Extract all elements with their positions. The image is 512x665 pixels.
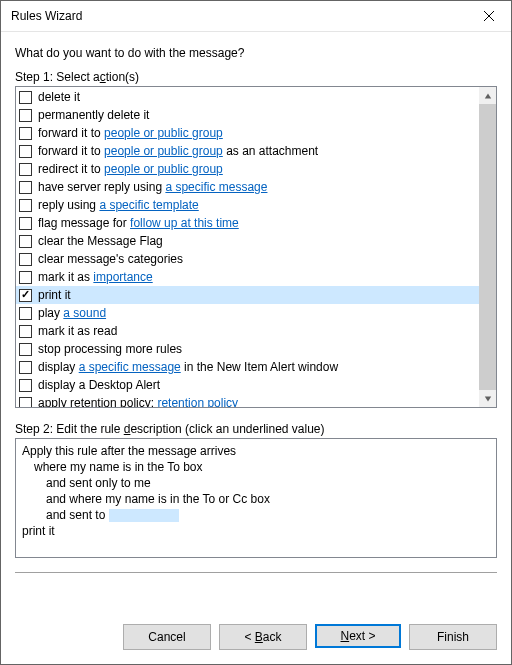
action-label: flag message for follow up at this time <box>38 216 239 230</box>
action-row[interactable]: reply using a specific template <box>16 196 479 214</box>
action-checkbox[interactable] <box>19 217 32 230</box>
finish-button[interactable]: Finish <box>409 624 497 650</box>
action-row[interactable]: flag message for follow up at this time <box>16 214 479 232</box>
action-link[interactable]: people or public group <box>104 126 223 140</box>
action-label: delete it <box>38 90 80 104</box>
action-checkbox[interactable] <box>19 361 32 374</box>
action-checkbox[interactable] <box>19 145 32 158</box>
action-row[interactable]: display a Desktop Alert <box>16 376 479 394</box>
desc-line: and where my name is in the To or Cc box <box>22 491 490 507</box>
action-link[interactable]: a specific message <box>165 180 267 194</box>
action-checkbox[interactable] <box>19 379 32 392</box>
action-row[interactable]: clear the Message Flag <box>16 232 479 250</box>
action-label: forward it to people or public group as … <box>38 144 318 158</box>
action-row[interactable]: forward it to people or public group <box>16 124 479 142</box>
action-label: display a specific message in the New It… <box>38 360 338 374</box>
action-label: mark it as read <box>38 324 117 338</box>
action-row[interactable]: print it <box>16 286 479 304</box>
action-label: redirect it to people or public group <box>38 162 223 176</box>
action-link[interactable]: a sound <box>63 306 106 320</box>
svg-marker-2 <box>484 93 490 98</box>
action-label: clear message's categories <box>38 252 183 266</box>
svg-marker-3 <box>484 396 490 401</box>
cancel-button[interactable]: Cancel <box>123 624 211 650</box>
action-label: stop processing more rules <box>38 342 182 356</box>
action-row[interactable]: have server reply using a specific messa… <box>16 178 479 196</box>
action-row[interactable]: display a specific message in the New It… <box>16 358 479 376</box>
desc-line: and sent to <box>22 507 490 523</box>
action-checkbox[interactable] <box>19 109 32 122</box>
action-checkbox[interactable] <box>19 289 32 302</box>
action-checkbox[interactable] <box>19 325 32 338</box>
action-checkbox[interactable] <box>19 199 32 212</box>
action-row[interactable]: mark it as read <box>16 322 479 340</box>
window-title: Rules Wizard <box>11 9 82 23</box>
wizard-buttons: Cancel < Back Next > Finish <box>1 624 511 664</box>
desc-line: Apply this rule after the message arrive… <box>22 443 490 459</box>
action-label: reply using a specific template <box>38 198 199 212</box>
action-label: mark it as importance <box>38 270 153 284</box>
wizard-question: What do you want to do with the message? <box>15 46 497 60</box>
desc-line: print it <box>22 523 490 539</box>
scroll-down-arrow[interactable] <box>479 390 496 407</box>
action-label: clear the Message Flag <box>38 234 163 248</box>
actions-scrollbar[interactable] <box>479 87 496 407</box>
action-checkbox[interactable] <box>19 253 32 266</box>
action-checkbox[interactable] <box>19 343 32 356</box>
action-row[interactable]: permanently delete it <box>16 106 479 124</box>
actions-listbox: delete itpermanently delete itforward it… <box>15 86 497 408</box>
rules-wizard-window: Rules Wizard What do you want to do with… <box>0 0 512 665</box>
action-row[interactable]: clear message's categories <box>16 250 479 268</box>
action-label: play a sound <box>38 306 106 320</box>
action-checkbox[interactable] <box>19 127 32 140</box>
content-area: What do you want to do with the message?… <box>1 32 511 624</box>
buttons-separator <box>15 572 497 573</box>
action-label: permanently delete it <box>38 108 149 122</box>
scroll-up-arrow[interactable] <box>479 87 496 104</box>
action-row[interactable]: apply retention policy: retention policy <box>16 394 479 407</box>
action-checkbox[interactable] <box>19 91 32 104</box>
action-link[interactable]: people or public group <box>104 144 223 158</box>
actions-list[interactable]: delete itpermanently delete itforward it… <box>16 87 479 407</box>
action-row[interactable]: delete it <box>16 88 479 106</box>
action-label: have server reply using a specific messa… <box>38 180 267 194</box>
action-label: forward it to people or public group <box>38 126 223 140</box>
step1-label: Step 1: Select action(s) <box>15 70 497 84</box>
back-button[interactable]: < Back <box>219 624 307 650</box>
action-row[interactable]: stop processing more rules <box>16 340 479 358</box>
desc-line: and sent only to me <box>22 475 490 491</box>
recipient-placeholder[interactable] <box>109 509 179 522</box>
scroll-thumb[interactable] <box>479 104 496 390</box>
action-label: display a Desktop Alert <box>38 378 160 392</box>
rule-description-box[interactable]: Apply this rule after the message arrive… <box>15 438 497 558</box>
action-checkbox[interactable] <box>19 235 32 248</box>
action-link[interactable]: a specific template <box>99 198 198 212</box>
titlebar: Rules Wizard <box>1 1 511 32</box>
action-row[interactable]: mark it as importance <box>16 268 479 286</box>
close-button[interactable] <box>466 1 511 31</box>
action-checkbox[interactable] <box>19 181 32 194</box>
action-link[interactable]: follow up at this time <box>130 216 239 230</box>
action-row[interactable]: play a sound <box>16 304 479 322</box>
next-button[interactable]: Next > <box>315 624 401 648</box>
action-row[interactable]: redirect it to people or public group <box>16 160 479 178</box>
action-link[interactable]: a specific message <box>79 360 181 374</box>
action-link[interactable]: people or public group <box>104 162 223 176</box>
action-link[interactable]: retention policy <box>157 396 238 407</box>
action-checkbox[interactable] <box>19 397 32 408</box>
desc-line: where my name is in the To box <box>22 459 490 475</box>
action-link[interactable]: importance <box>93 270 152 284</box>
action-checkbox[interactable] <box>19 163 32 176</box>
action-row[interactable]: forward it to people or public group as … <box>16 142 479 160</box>
step2-label: Step 2: Edit the rule description (click… <box>15 422 497 436</box>
action-checkbox[interactable] <box>19 307 32 320</box>
action-label: apply retention policy: retention policy <box>38 396 238 407</box>
action-checkbox[interactable] <box>19 271 32 284</box>
action-label: print it <box>38 288 71 302</box>
